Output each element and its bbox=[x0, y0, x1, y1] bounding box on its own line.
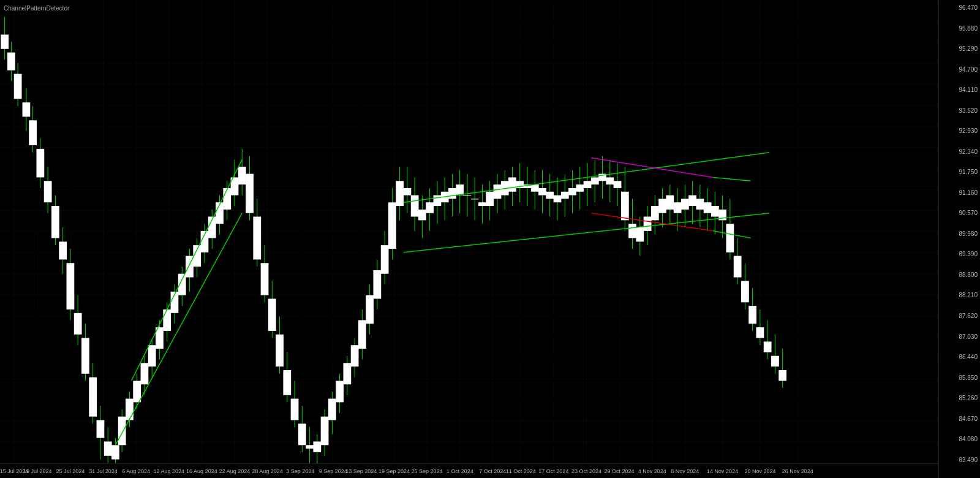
price-axis: 96.47095.88095.29094.70094.11093.52092.9… bbox=[938, 0, 980, 478]
price-label: 89.980 bbox=[941, 231, 978, 237]
price-label: 83.490 bbox=[941, 457, 978, 463]
time-label: 13 Sep 2024 bbox=[345, 468, 377, 474]
time-label: 31 Jul 2024 bbox=[89, 468, 118, 474]
time-label: 25 Jul 2024 bbox=[56, 468, 85, 474]
time-label: 1 Oct 2024 bbox=[447, 468, 473, 474]
price-label: 87.030 bbox=[941, 334, 978, 340]
price-label: 89.390 bbox=[941, 251, 978, 257]
time-label: 22 Aug 2024 bbox=[219, 468, 251, 474]
chart-title: ChannelPatternDetector bbox=[4, 5, 69, 12]
time-label: 12 Aug 2024 bbox=[153, 468, 184, 474]
price-label: 96.470 bbox=[941, 5, 978, 11]
price-label: 91.160 bbox=[941, 190, 978, 196]
time-label: 19 Jul 2024 bbox=[23, 468, 52, 474]
price-label: 88.210 bbox=[941, 292, 978, 298]
price-label: 91.750 bbox=[941, 169, 978, 175]
price-label: 95.290 bbox=[941, 46, 978, 52]
time-label: 20 Nov 2024 bbox=[744, 468, 775, 474]
time-label: 7 Oct 2024 bbox=[479, 468, 506, 474]
time-label: 26 Nov 2024 bbox=[782, 468, 813, 474]
price-label: 92.340 bbox=[941, 149, 978, 155]
time-label: 16 Aug 2024 bbox=[186, 468, 217, 474]
time-label: 3 Sep 2024 bbox=[286, 468, 314, 474]
price-label: 95.880 bbox=[941, 26, 978, 32]
time-axis: 15 Jul 202419 Jul 202425 Jul 202431 Jul … bbox=[0, 463, 938, 478]
main-canvas bbox=[0, 0, 938, 463]
price-label: 84.080 bbox=[941, 436, 978, 442]
time-label: 14 Nov 2024 bbox=[707, 468, 738, 474]
time-label: 17 Oct 2024 bbox=[538, 468, 568, 474]
price-label: 94.110 bbox=[941, 87, 978, 93]
price-label: 90.570 bbox=[941, 210, 978, 216]
price-label: 92.930 bbox=[941, 128, 978, 134]
price-label: 87.620 bbox=[941, 313, 978, 319]
time-label: 4 Nov 2024 bbox=[638, 468, 666, 474]
time-label: 19 Sep 2024 bbox=[379, 468, 410, 474]
price-label: 85.850 bbox=[941, 375, 978, 381]
time-label: 11 Oct 2024 bbox=[506, 468, 536, 474]
chart-container: ChannelPatternDetector 96.47095.88095.29… bbox=[0, 0, 980, 478]
time-label: 8 Nov 2024 bbox=[671, 468, 699, 474]
time-label: 29 Oct 2024 bbox=[605, 468, 635, 474]
time-label: 23 Oct 2024 bbox=[571, 468, 601, 474]
price-label: 86.440 bbox=[941, 354, 978, 360]
canvas-area bbox=[0, 0, 938, 463]
time-label: 28 Aug 2024 bbox=[252, 468, 283, 474]
time-label: 9 Sep 2024 bbox=[319, 468, 347, 474]
time-label: 6 Aug 2024 bbox=[122, 468, 150, 474]
price-label: 88.800 bbox=[941, 272, 978, 278]
price-label: 84.670 bbox=[941, 416, 978, 422]
price-label: 85.260 bbox=[941, 395, 978, 401]
time-label: 25 Sep 2024 bbox=[412, 468, 443, 474]
price-label: 93.520 bbox=[941, 108, 978, 114]
price-label: 94.700 bbox=[941, 67, 978, 73]
